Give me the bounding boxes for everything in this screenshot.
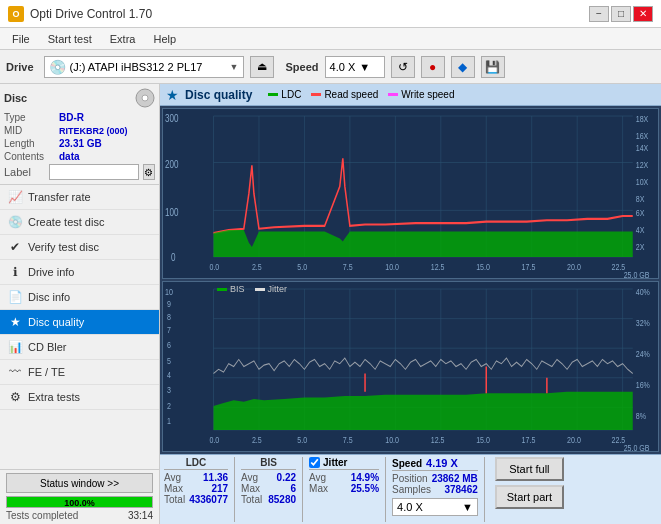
svg-text:6: 6 [167, 339, 171, 350]
svg-text:24%: 24% [636, 347, 650, 358]
svg-text:10.0: 10.0 [385, 433, 399, 444]
ldc-avg-row: Avg 11.36 [164, 472, 228, 483]
sidebar-item-verify-test-disc[interactable]: ✔ Verify test disc [0, 235, 159, 260]
jitter-header-label: Jitter [323, 457, 347, 468]
refresh-button[interactable]: ↺ [391, 56, 415, 78]
disc-section-title: Disc [4, 92, 27, 104]
start-buttons: Start full Start part [495, 457, 564, 522]
sidebar-item-disc-info[interactable]: 📄 Disc info [0, 285, 159, 310]
legend-ldc-dot [268, 93, 278, 96]
extra-tests-icon: ⚙ [8, 390, 22, 404]
disc-info-icon: 📄 [8, 290, 22, 304]
ldc-avg-value: 11.36 [203, 472, 228, 483]
save-button[interactable]: 💾 [481, 56, 505, 78]
ldc-max-value: 217 [211, 483, 228, 494]
status-completed-text: Tests completed [6, 510, 78, 521]
fe-te-icon: 〰 [8, 365, 22, 379]
bis-max-value: 6 [291, 483, 297, 494]
ldc-header: LDC [164, 457, 228, 470]
sidebar-item-extra-tests[interactable]: ⚙ Extra tests [0, 385, 159, 410]
sep3 [385, 457, 386, 522]
sidebar-item-label-create-test-disc: Create test disc [28, 216, 104, 228]
svg-text:14X: 14X [636, 142, 649, 153]
app-icon: O [8, 6, 24, 22]
sidebar-item-cd-bler[interactable]: 📊 CD Bler [0, 335, 159, 360]
menu-file[interactable]: File [4, 31, 38, 47]
samples-row: Samples 378462 [392, 484, 478, 495]
sidebar-item-drive-info[interactable]: ℹ Drive info [0, 260, 159, 285]
svg-text:12.5: 12.5 [431, 433, 445, 444]
bis-header: BIS [241, 457, 296, 470]
svg-text:20.0: 20.0 [567, 260, 581, 271]
jitter-checkbox[interactable] [309, 457, 320, 468]
sidebar-item-create-test-disc[interactable]: 💿 Create test disc [0, 210, 159, 235]
sidebar-item-label-drive-info: Drive info [28, 266, 74, 278]
progress-text: 100.0% [7, 497, 152, 509]
status-window-button[interactable]: Status window >> [6, 473, 153, 493]
chart-legend-top: LDC Read speed Write speed [268, 89, 454, 100]
eject-button[interactable]: ⏏ [250, 56, 274, 78]
main-layout: Disc Type BD-R MID RITEKBR2 (000) Length… [0, 84, 661, 524]
position-value: 23862 MB [432, 473, 478, 484]
window-controls: − □ ✕ [589, 6, 653, 22]
start-part-button[interactable]: Start part [495, 485, 564, 509]
sidebar-item-label-cd-bler: CD Bler [28, 341, 67, 353]
maximize-button[interactable]: □ [611, 6, 631, 22]
speed-select-dropdown[interactable]: 4.0 X ▼ [392, 498, 478, 516]
ldc-stats: LDC Avg 11.36 Max 217 Total 4336077 [164, 457, 228, 522]
menu-help[interactable]: Help [145, 31, 184, 47]
disc-mid-label: MID [4, 125, 59, 136]
position-row: Position 23862 MB [392, 473, 478, 484]
svg-text:17.5: 17.5 [522, 260, 536, 271]
minimize-button[interactable]: − [589, 6, 609, 22]
sidebar-item-fe-te[interactable]: 〰 FE / TE [0, 360, 159, 385]
svg-text:100: 100 [165, 206, 179, 219]
app-title: Opti Drive Control 1.70 [30, 7, 152, 21]
svg-text:16%: 16% [636, 378, 650, 389]
title-bar: O Opti Drive Control 1.70 − □ ✕ [0, 0, 661, 28]
top-chart-svg: 300 200 100 0 18X 16X 14X 12X 10X 8X 6X … [163, 109, 658, 278]
sidebar-item-transfer-rate[interactable]: 📈 Transfer rate [0, 185, 159, 210]
svg-text:10X: 10X [636, 176, 649, 187]
svg-text:8X: 8X [636, 193, 645, 204]
bis-avg-label: Avg [241, 472, 258, 483]
svg-text:12X: 12X [636, 159, 649, 170]
sep1 [234, 457, 235, 522]
svg-text:17.5: 17.5 [522, 433, 536, 444]
disc-contents-row: Contents data [4, 151, 155, 162]
speed-value: 4.0 X [330, 61, 356, 73]
disc-section-icon [135, 88, 155, 108]
speed-dropdown-arrow: ▼ [359, 61, 370, 73]
legend-bis-dot [217, 288, 227, 291]
legend-write-speed: Write speed [388, 89, 454, 100]
legend-jitter-label: Jitter [268, 284, 288, 294]
legend-jitter-dot [255, 288, 265, 291]
menu-extra[interactable]: Extra [102, 31, 144, 47]
disc-label-button[interactable]: ⚙ [143, 164, 155, 180]
stats-bar: LDC Avg 11.36 Max 217 Total 4336077 BIS [160, 454, 661, 524]
chart-legend-bottom: BIS Jitter [217, 284, 287, 294]
start-full-button[interactable]: Start full [495, 457, 564, 481]
svg-text:15.0: 15.0 [476, 260, 490, 271]
jitter-max-label: Max [309, 483, 328, 494]
svg-text:3: 3 [167, 384, 171, 395]
create-test-disc-icon: 💿 [8, 215, 22, 229]
config-button[interactable]: ◆ [451, 56, 475, 78]
record-button[interactable]: ● [421, 56, 445, 78]
jitter-stats: Jitter Avg 14.9% Max 25.5% [309, 457, 379, 522]
speed-select-arrow: ▼ [462, 501, 473, 513]
sidebar-item-disc-quality[interactable]: ★ Disc quality [0, 310, 159, 335]
svg-text:7.5: 7.5 [343, 260, 353, 271]
speed-selector[interactable]: 4.0 X ▼ [325, 56, 385, 78]
svg-text:0: 0 [171, 251, 176, 264]
ldc-total-value: 4336077 [189, 494, 228, 505]
sidebar: Disc Type BD-R MID RITEKBR2 (000) Length… [0, 84, 160, 524]
bottom-chart: BIS Jitter [162, 281, 659, 452]
drive-selector[interactable]: 💿 (J:) ATAPI iHBS312 2 PL17 ▼ [44, 56, 244, 78]
drive-label: Drive [6, 61, 38, 73]
close-button[interactable]: ✕ [633, 6, 653, 22]
legend-read-speed-label: Read speed [324, 89, 378, 100]
disc-label-input[interactable] [49, 164, 139, 180]
menu-start-test[interactable]: Start test [40, 31, 100, 47]
legend-read-speed-dot [311, 93, 321, 96]
